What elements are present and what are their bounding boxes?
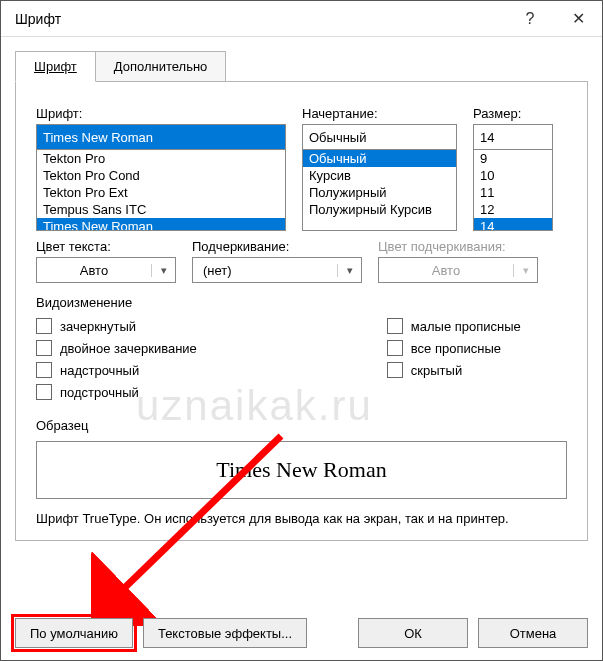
tab-font-label: Шрифт xyxy=(34,59,77,74)
checkbox-icon xyxy=(36,340,52,356)
color-combo[interactable]: Авто ▾ xyxy=(36,257,176,283)
checkbox-icon xyxy=(387,318,403,334)
titlebar: Шрифт ? ✕ xyxy=(1,1,602,37)
check-strike[interactable]: зачеркнутый xyxy=(36,318,197,334)
list-item[interactable]: Tekton Pro Ext xyxy=(37,184,285,201)
check-hidden[interactable]: скрытый xyxy=(387,362,521,378)
check-allcaps[interactable]: все прописные xyxy=(387,340,521,356)
checkbox-icon xyxy=(36,318,52,334)
hint-text: Шрифт TrueType. Он используется для выво… xyxy=(36,511,567,526)
preview-box: Times New Roman xyxy=(36,441,567,499)
tab-font[interactable]: Шрифт xyxy=(15,51,96,82)
list-item[interactable]: 10 xyxy=(474,167,552,184)
list-item[interactable]: Tempus Sans ITC xyxy=(37,201,285,218)
underline-color-value: Авто xyxy=(379,263,513,278)
size-label: Размер: xyxy=(473,106,553,121)
effects-label: Видоизменение xyxy=(36,295,567,310)
underline-label: Подчеркивание: xyxy=(192,239,362,254)
color-value: Авто xyxy=(37,263,151,278)
size-input[interactable]: 14 xyxy=(473,124,553,150)
font-listbox[interactable]: Tekton Pro Tekton Pro Cond Tekton Pro Ex… xyxy=(36,149,286,231)
tab-bar: Шрифт Дополнительно xyxy=(1,37,602,82)
checkbox-icon xyxy=(387,340,403,356)
color-label: Цвет текста: xyxy=(36,239,176,254)
check-smallcaps[interactable]: малые прописные xyxy=(387,318,521,334)
chevron-down-icon: ▾ xyxy=(513,264,537,277)
cancel-button[interactable]: Отмена xyxy=(478,618,588,648)
underline-color-label: Цвет подчеркивания: xyxy=(378,239,538,254)
style-listbox[interactable]: Обычный Курсив Полужирный Полужирный Кур… xyxy=(302,149,457,231)
preview-label: Образец xyxy=(36,418,567,433)
chevron-down-icon: ▾ xyxy=(337,264,361,277)
underline-value: (нет) xyxy=(193,263,337,278)
ok-button[interactable]: ОК xyxy=(358,618,468,648)
list-item[interactable]: Tekton Pro xyxy=(37,150,285,167)
check-dstrike[interactable]: двойное зачеркивание xyxy=(36,340,197,356)
style-label: Начертание: xyxy=(302,106,457,121)
preview-text: Times New Roman xyxy=(216,457,386,483)
list-item[interactable]: 11 xyxy=(474,184,552,201)
help-button[interactable]: ? xyxy=(506,1,554,37)
tab-advanced[interactable]: Дополнительно xyxy=(96,51,227,82)
chevron-down-icon: ▾ xyxy=(151,264,175,277)
checkbox-icon xyxy=(36,384,52,400)
window-title: Шрифт xyxy=(15,11,506,27)
list-item[interactable]: 9 xyxy=(474,150,552,167)
checkbox-icon xyxy=(36,362,52,378)
list-item[interactable]: 14 xyxy=(474,218,552,231)
size-listbox[interactable]: 9 10 11 12 14 xyxy=(473,149,553,231)
font-dialog: Шрифт ? ✕ Шрифт Дополнительно uznaikak.r… xyxy=(0,0,603,661)
list-item[interactable]: Полужирный xyxy=(303,184,456,201)
set-default-button[interactable]: По умолчанию xyxy=(15,618,133,648)
list-item[interactable]: Обычный xyxy=(303,150,456,167)
list-item[interactable]: Tekton Pro Cond xyxy=(37,167,285,184)
list-item[interactable]: 12 xyxy=(474,201,552,218)
text-effects-button[interactable]: Текстовые эффекты... xyxy=(143,618,307,648)
panel: uznaikak.ru Шрифт: Times New Roman Tekto… xyxy=(15,81,588,541)
list-item[interactable]: Полужирный Курсив xyxy=(303,201,456,218)
button-bar: По умолчанию Текстовые эффекты... ОК Отм… xyxy=(15,618,588,648)
font-input[interactable]: Times New Roman xyxy=(36,124,286,150)
close-button[interactable]: ✕ xyxy=(554,1,602,37)
checkbox-icon xyxy=(387,362,403,378)
check-superscript[interactable]: надстрочный xyxy=(36,362,197,378)
check-subscript[interactable]: подстрочный xyxy=(36,384,197,400)
underline-combo[interactable]: (нет) ▾ xyxy=(192,257,362,283)
style-input[interactable]: Обычный xyxy=(302,124,457,150)
list-item[interactable]: Times New Roman xyxy=(37,218,285,231)
font-label: Шрифт: xyxy=(36,106,286,121)
underline-color-combo: Авто ▾ xyxy=(378,257,538,283)
list-item[interactable]: Курсив xyxy=(303,167,456,184)
